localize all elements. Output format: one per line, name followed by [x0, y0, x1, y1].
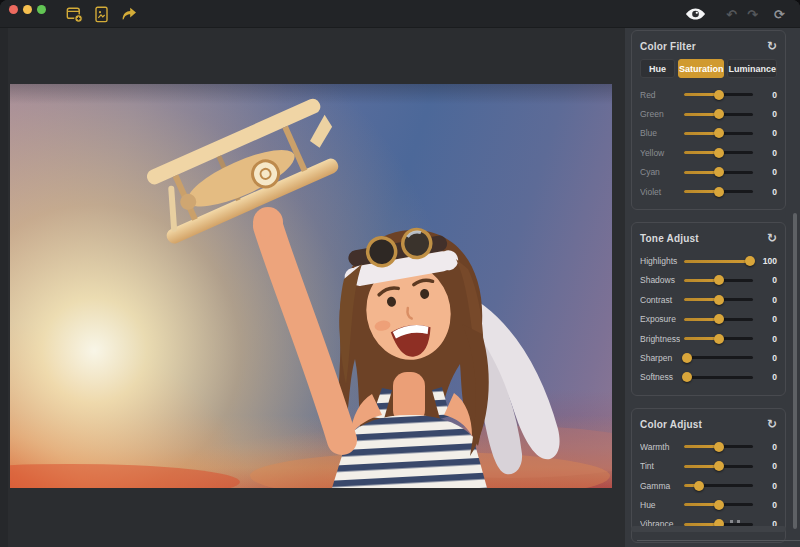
close-window-button[interactable]	[9, 5, 18, 14]
traffic-lights	[9, 5, 46, 14]
tab-hue[interactable]: Hue	[640, 59, 675, 78]
resize-grip-icon	[730, 520, 740, 523]
slider-value: 0	[757, 372, 777, 382]
slider-value: 0	[757, 109, 777, 119]
slider-handle[interactable]	[714, 334, 724, 344]
slider-value: 0	[757, 187, 777, 197]
slider-handle[interactable]	[682, 372, 692, 382]
slider-handle[interactable]	[714, 461, 724, 471]
slider-track[interactable]	[684, 484, 753, 487]
photo-preview[interactable]	[10, 84, 612, 488]
slider-track[interactable]	[684, 260, 753, 263]
slider-value: 0	[757, 295, 777, 305]
slider-track[interactable]	[684, 190, 753, 193]
panel-title: Color Filter	[640, 41, 696, 52]
app-window: ↶ ↷ ⟳	[0, 0, 800, 547]
slider-label: Tint	[640, 461, 680, 471]
slider-row-shadows: Shadows 0	[640, 271, 777, 290]
tab-luminance[interactable]: Luminance	[727, 59, 777, 78]
slider-handle[interactable]	[714, 128, 724, 138]
slider-handle[interactable]	[714, 442, 724, 452]
panel-reset-icon[interactable]: ↻	[767, 39, 777, 53]
slider-handle[interactable]	[714, 295, 724, 305]
slider-track[interactable]	[684, 279, 753, 282]
slider-label: Yellow	[640, 148, 680, 158]
slider-track[interactable]	[684, 356, 753, 359]
slider-value: 0	[757, 334, 777, 344]
slider-track[interactable]	[684, 151, 753, 154]
slider-handle[interactable]	[714, 187, 724, 197]
zoom-window-button[interactable]	[37, 5, 46, 14]
slider-row-green: Green 0	[640, 104, 777, 123]
slider-row-warmth: Warmth 0	[640, 437, 777, 456]
slider-value: 0	[757, 90, 777, 100]
export-icon[interactable]	[118, 4, 138, 24]
canvas-area	[0, 28, 625, 547]
image-file-icon[interactable]	[91, 4, 111, 24]
slider-label: Cyan	[640, 167, 680, 177]
slider-row-gamma: Gamma 0	[640, 476, 777, 495]
slider-row-exposure: Exposure 0	[640, 310, 777, 329]
slider-handle[interactable]	[714, 148, 724, 158]
slider-label: Gamma	[640, 481, 680, 491]
panel-reset-icon[interactable]: ↻	[767, 231, 777, 245]
slider-track[interactable]	[684, 376, 753, 379]
toolbar-left	[64, 0, 138, 28]
panel-reset-icon[interactable]: ↻	[767, 417, 777, 431]
slider-track[interactable]	[684, 318, 753, 321]
reset-all-icon[interactable]: ⟳	[771, 6, 788, 23]
slider-track[interactable]	[684, 465, 753, 468]
slider-value: 0	[757, 148, 777, 158]
slider-track[interactable]	[684, 337, 753, 340]
slider-handle[interactable]	[745, 256, 755, 266]
slider-track[interactable]	[684, 132, 753, 135]
sidebar-scrollbar[interactable]	[793, 213, 797, 529]
slider-track[interactable]	[684, 503, 753, 506]
slider-handle[interactable]	[714, 90, 724, 100]
slider-row-violet: Violet 0	[640, 182, 777, 201]
slider-row-red: Red 0	[640, 85, 777, 104]
slider-row-blue: Blue 0	[640, 124, 777, 143]
slider-track[interactable]	[684, 171, 753, 174]
slider-value: 100	[757, 256, 777, 266]
slider-handle[interactable]	[714, 314, 724, 324]
toolbar-right: ↶ ↷ ⟳	[685, 0, 788, 28]
slider-handle[interactable]	[714, 275, 724, 285]
import-image-icon[interactable]	[64, 4, 84, 24]
slider-handle[interactable]	[714, 500, 724, 510]
slider-handle[interactable]	[682, 353, 692, 363]
slider-track[interactable]	[684, 445, 753, 448]
undo-icon[interactable]: ↶	[723, 6, 740, 23]
slider-label: Sharpen	[640, 353, 680, 363]
slider-row-cyan: Cyan 0	[640, 163, 777, 182]
slider-label: Red	[640, 90, 680, 100]
titlebar: ↶ ↷ ⟳	[0, 0, 800, 28]
slider-handle[interactable]	[714, 109, 724, 119]
panel-tone-adjust: Tone Adjust ↻ Highlights 100 Shadows 0	[631, 222, 786, 396]
slider-track[interactable]	[684, 113, 753, 116]
slider-row-sharpen: Sharpen 0	[640, 348, 777, 367]
slider-row-brightness: Brightness 0	[640, 329, 777, 348]
slider-row-contrast: Contrast 0	[640, 290, 777, 309]
panel-title: Tone Adjust	[640, 233, 699, 244]
slider-row-tint: Tint 0	[640, 456, 777, 475]
slider-track[interactable]	[684, 298, 753, 301]
slider-track[interactable]	[684, 93, 753, 96]
slider-row-highlights: Highlights 100	[640, 251, 777, 270]
slider-value: 0	[757, 442, 777, 452]
slider-label: Blue	[640, 128, 680, 138]
slider-label: Violet	[640, 187, 680, 197]
horizontal-scrollbar[interactable]	[631, 526, 786, 532]
slider-label: Hue	[640, 500, 680, 510]
slider-label: Contrast	[640, 295, 680, 305]
slider-handle[interactable]	[694, 481, 704, 491]
preview-eye-icon[interactable]	[685, 4, 705, 24]
slider-row-yellow: Yellow 0	[640, 143, 777, 162]
slider-label: Exposure	[640, 314, 680, 324]
canvas-left-strip	[0, 28, 8, 547]
redo-icon[interactable]: ↷	[744, 6, 761, 23]
tab-saturation[interactable]: Saturation	[678, 59, 725, 78]
minimize-window-button[interactable]	[23, 5, 32, 14]
slider-handle[interactable]	[714, 167, 724, 177]
slider-label: Highlights	[640, 256, 680, 266]
